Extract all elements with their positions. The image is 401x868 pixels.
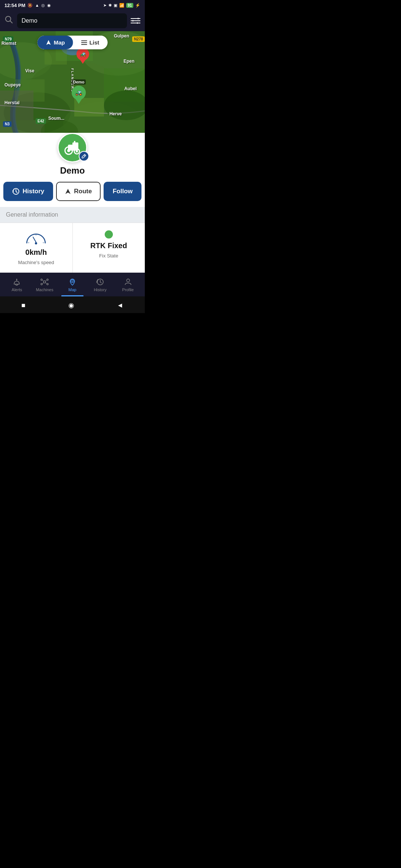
vehicle-avatar-container <box>0 133 145 162</box>
follow-button[interactable]: Follow <box>104 182 141 201</box>
wifi-icon: 📶 <box>119 3 124 8</box>
svg-line-47 <box>33 237 36 242</box>
svg-point-41 <box>76 150 78 152</box>
android-back-button[interactable]: ◄ <box>117 302 124 309</box>
status-time: 12:54 PM <box>4 3 25 8</box>
nav-active-indicator <box>61 295 84 296</box>
search-bar <box>0 10 145 31</box>
svg-rect-34 <box>81 42 87 43</box>
svg-point-48 <box>28 242 29 243</box>
maps-icon: ◎ <box>41 3 45 8</box>
search-icon[interactable] <box>4 15 13 26</box>
search-input[interactable] <box>22 17 123 24</box>
svg-point-56 <box>41 283 42 285</box>
svg-line-43 <box>84 155 85 156</box>
svg-marker-45 <box>65 189 71 194</box>
svg-rect-35 <box>81 44 87 45</box>
n278-badge: N278 <box>132 36 145 42</box>
edit-badge[interactable] <box>79 151 89 161</box>
svg-point-65 <box>127 279 130 282</box>
info-cards: 0km/h Machine's speed RTK Fixed Fix Stat… <box>0 223 145 273</box>
android-stop-button[interactable]: ■ <box>22 302 26 309</box>
aubel-label: Aubel <box>124 86 137 91</box>
svg-line-1 <box>10 21 12 23</box>
route-button[interactable]: Route <box>56 182 101 201</box>
battery-saver-icon: ▣ <box>114 3 117 8</box>
svg-line-61 <box>45 283 47 284</box>
bluetooth-icon: ✱ <box>108 3 112 8</box>
nav-map[interactable]: Map <box>59 277 87 292</box>
svg-marker-32 <box>46 40 51 45</box>
camera-icon: ◉ <box>47 3 51 8</box>
vehicle-name: Demo <box>0 165 145 176</box>
search-input-container[interactable] <box>17 13 127 28</box>
herve-label: Herve <box>110 111 122 116</box>
demo-marker-label: Demo <box>72 79 86 85</box>
svg-point-57 <box>47 283 48 285</box>
nav-history-label: History <box>94 287 107 292</box>
map-toggle[interactable]: Map List <box>38 36 108 49</box>
bottom-nav: Alerts Machines Map His <box>0 273 145 296</box>
list-view-button[interactable]: List <box>73 36 108 49</box>
map-view-button[interactable]: Map <box>38 36 73 49</box>
battery-level: 91 <box>126 3 133 8</box>
nav-profile[interactable]: Profile <box>114 277 142 292</box>
status-right: ➤ ✱ ▣ 📶 91 ⚡ <box>103 3 140 8</box>
speed-label: Machine's speed <box>18 260 54 265</box>
svg-point-50 <box>35 234 37 236</box>
svg-line-58 <box>42 280 44 281</box>
action-buttons: History Route Follow <box>0 182 145 201</box>
svg-point-63 <box>72 280 73 282</box>
svg-point-8 <box>137 22 138 24</box>
filter-icon[interactable] <box>131 17 140 24</box>
nav-machines[interactable]: Machines <box>31 277 59 292</box>
history-button[interactable]: History <box>3 182 53 201</box>
nav-profile-label: Profile <box>122 287 134 292</box>
rtk-value: RTK Fixed <box>90 241 127 250</box>
svg-line-59 <box>45 280 47 281</box>
herstal-label: Herstal <box>4 100 20 105</box>
svg-rect-27 <box>45 50 67 65</box>
android-home-button[interactable]: ◉ <box>68 301 74 309</box>
svg-point-54 <box>41 279 42 280</box>
svg-line-60 <box>42 283 44 284</box>
bottom-panel: Demo History Route Follow General inform… <box>0 133 145 273</box>
demo-marker[interactable]: Demo 🚜 <box>71 79 86 104</box>
svg-point-52 <box>16 279 17 280</box>
svg-rect-21 <box>0 91 33 120</box>
riemst-label: Riemst <box>1 41 16 46</box>
vise-label: Vise <box>25 68 34 73</box>
gps-icon: ➤ <box>103 3 107 8</box>
speed-card: 0km/h Machine's speed <box>0 223 73 273</box>
soum-label: Soum... <box>48 116 64 121</box>
android-nav: ■ ◉ ◄ <box>0 296 145 313</box>
svg-rect-42 <box>74 141 75 144</box>
gulpen-label: Gulpen <box>114 33 129 39</box>
mute-icon: 🔕 <box>27 3 33 8</box>
e42-badge: E42 <box>36 118 46 124</box>
svg-rect-33 <box>81 40 87 41</box>
nav-alerts-label: Alerts <box>12 287 22 292</box>
status-bar: 12:54 PM 🔕 ▲ ◎ ◉ ➤ ✱ ▣ 📶 91 ⚡ <box>0 0 145 10</box>
speed-value: 0km/h <box>25 248 47 257</box>
svg-point-39 <box>67 149 70 152</box>
rtk-status-dot <box>105 230 113 239</box>
svg-point-49 <box>43 242 44 243</box>
svg-point-5 <box>132 20 134 22</box>
charging-icon: ⚡ <box>135 3 140 8</box>
svg-text:🚜: 🚜 <box>80 51 87 57</box>
n3-badge: N3 <box>3 121 12 127</box>
nav-machines-label: Machines <box>36 287 53 292</box>
rtk-label: Fix State <box>99 253 118 259</box>
status-left: 12:54 PM 🔕 ▲ ◎ ◉ <box>4 3 51 8</box>
general-info-header: General information <box>0 207 145 223</box>
oupeye-label: Oupeye <box>4 82 21 88</box>
fix-state-card: RTK Fixed Fix State <box>73 223 145 273</box>
nav-history[interactable]: History <box>86 277 114 292</box>
epen-label: Epen <box>124 59 134 64</box>
nav-alerts[interactable]: Alerts <box>3 277 31 292</box>
svg-point-2 <box>137 18 139 19</box>
navigation-arrow-icon: ▲ <box>35 3 39 7</box>
map-area[interactable]: N79 N278 N3 E42 Riemst Gulpen Epen Aubel… <box>0 31 145 146</box>
nav-map-label: Map <box>68 287 76 292</box>
